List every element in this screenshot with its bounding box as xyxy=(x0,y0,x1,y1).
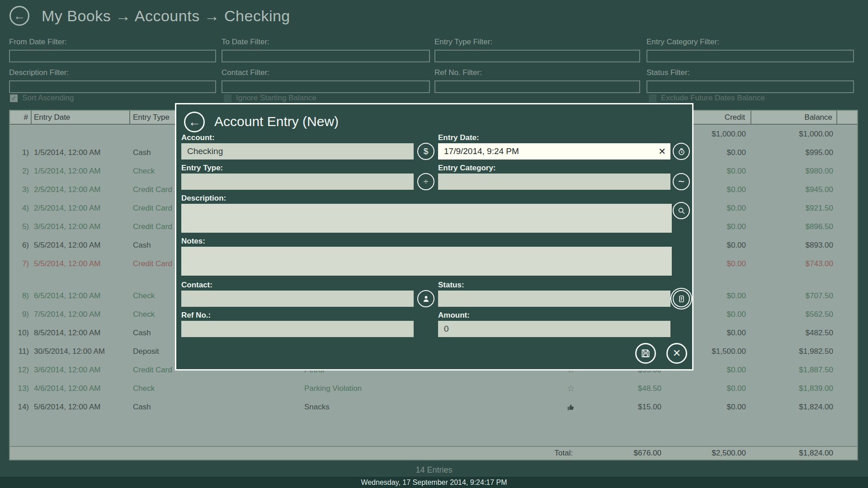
account-picker-button[interactable]: $ xyxy=(417,143,434,160)
description-search-button[interactable] xyxy=(673,202,690,219)
from-date-filter-input[interactable] xyxy=(9,50,216,62)
ref-no-input[interactable] xyxy=(181,321,414,337)
entries-count: 14 Entries xyxy=(0,465,868,475)
status-input[interactable] xyxy=(438,291,670,307)
cell: Check xyxy=(130,384,298,393)
description-label: Description: xyxy=(181,194,226,203)
save-button[interactable] xyxy=(635,343,656,364)
table-row[interactable]: 13)4/6/2014, 12:00 AMCheckParking Violat… xyxy=(10,379,857,398)
column-header[interactable] xyxy=(837,111,857,124)
cell: $15.00 xyxy=(581,403,665,412)
cell: $0.00 xyxy=(665,384,751,393)
cell: $482.50 xyxy=(751,328,837,338)
description-input[interactable] xyxy=(181,204,672,233)
filter-to-date: To Date Filter: xyxy=(222,38,430,62)
status-picker-button[interactable] xyxy=(673,290,690,307)
cell: $1,887.50 xyxy=(751,366,837,375)
entry-category-filter-input[interactable] xyxy=(646,50,854,62)
clear-date-icon[interactable]: ✕ xyxy=(658,146,666,157)
cell: 13) xyxy=(10,384,32,393)
cell: 5/5/2014, 12:00 AM xyxy=(32,259,130,268)
entry-type-picker-button[interactable]: ÷ xyxy=(417,173,434,190)
entry-category-label: Entry Category: xyxy=(438,164,496,173)
divide-icon: ÷ xyxy=(424,177,428,187)
checkbox[interactable] xyxy=(224,94,231,102)
ref-no-filter-input[interactable] xyxy=(434,80,640,93)
cell: Snacks xyxy=(298,403,561,412)
cell: $562.50 xyxy=(751,310,837,319)
checkbox-label: Exclude Future Dates Balance xyxy=(661,94,765,103)
account-entry-dialog: ← Account Entry (New) Account: Entry Dat… xyxy=(175,103,693,371)
date-time-picker-button[interactable] xyxy=(673,143,690,160)
cell: $48.50 xyxy=(581,384,665,393)
filter-ref-no: Ref No. Filter: xyxy=(434,68,640,93)
dialog-title: Account Entry (New) xyxy=(214,114,339,129)
cell: 1/5/2014, 12:00 AM xyxy=(32,148,130,157)
cell: 3/6/2014, 12:00 AM xyxy=(32,366,130,375)
cell: $743.00 xyxy=(751,259,837,268)
close-button[interactable]: ✕ xyxy=(666,343,687,364)
option-exclude-future-dates-balance: Exclude Future Dates Balance xyxy=(649,94,765,103)
entry-category-picker-button[interactable]: ~ xyxy=(673,173,690,190)
cell: 1/5/2014, 12:00 AM xyxy=(32,167,130,176)
entry-type-filter-input[interactable] xyxy=(434,50,640,62)
contact-picker-button[interactable] xyxy=(417,290,434,307)
status-filter-input[interactable] xyxy=(646,80,854,93)
entry-type-input[interactable] xyxy=(181,174,414,190)
cell: 10) xyxy=(10,328,32,338)
card-icon xyxy=(677,294,686,304)
person-icon xyxy=(421,294,431,304)
checkbox[interactable]: ✓ xyxy=(10,94,18,102)
breadcrumb: My Books → Accounts → Checking xyxy=(42,7,290,25)
filter-label: Ref No. Filter: xyxy=(434,68,640,77)
notes-input[interactable] xyxy=(181,247,672,276)
cell: 8/5/2014, 12:00 AM xyxy=(32,328,130,338)
watch-icon xyxy=(677,147,686,156)
column-header[interactable]: Balance xyxy=(751,111,837,124)
notes-label: Notes: xyxy=(181,237,205,246)
contact-input[interactable] xyxy=(181,291,414,307)
amount-input[interactable] xyxy=(438,321,670,337)
cell: 30/5/2014, 12:00 AM xyxy=(32,347,130,356)
entry-type-label: Entry Type: xyxy=(181,164,223,173)
cell: 2) xyxy=(10,167,32,176)
cell: 5/6/2014, 12:00 AM xyxy=(32,403,130,412)
cell: 4/6/2014, 12:00 AM xyxy=(32,384,130,393)
cell: $896.50 xyxy=(751,222,837,231)
cell: $945.00 xyxy=(751,185,837,194)
cell: 11) xyxy=(10,347,32,356)
entry-category-input[interactable] xyxy=(438,174,670,190)
filter-contact: Contact Filter: xyxy=(222,68,430,93)
column-header[interactable]: # xyxy=(10,111,32,124)
cell: $980.00 xyxy=(751,167,837,176)
table-row[interactable]: 14)5/6/2014, 12:00 AMCashSnacks$15.00$0.… xyxy=(10,398,857,416)
back-button[interactable]: ← xyxy=(9,6,29,26)
account-label: Account: xyxy=(181,133,215,142)
account-input[interactable] xyxy=(181,143,414,160)
cell: 3) xyxy=(10,185,32,194)
cell: 7/5/2014, 12:00 AM xyxy=(32,310,130,319)
contact-filter-input[interactable] xyxy=(222,80,430,93)
filter-entry-category: Entry Category Filter: xyxy=(646,38,854,62)
filter-label: Contact Filter: xyxy=(222,68,430,77)
amount-label: Amount: xyxy=(438,311,470,320)
column-header[interactable]: Entry Date xyxy=(32,111,130,124)
total-label: Total: xyxy=(10,449,581,458)
checkbox[interactable] xyxy=(649,94,656,102)
cell: $0.00 xyxy=(665,403,751,412)
cell: 5/5/2014, 12:00 AM xyxy=(32,241,130,250)
to-date-filter-input[interactable] xyxy=(222,50,430,62)
cell: 14) xyxy=(10,403,32,412)
save-icon xyxy=(640,348,651,359)
description-filter-input[interactable] xyxy=(9,80,216,93)
cell: $707.50 xyxy=(751,291,837,300)
ref-no-label: Ref No.: xyxy=(181,311,211,320)
cell: Cash xyxy=(130,403,298,412)
cell: 8) xyxy=(10,291,32,300)
cell: 6/5/2014, 12:00 AM xyxy=(32,291,130,300)
cell: 1) xyxy=(10,148,32,157)
entry-date-input[interactable]: 17/9/2014, 9:24 PM ✕ xyxy=(438,143,670,160)
thumbs-up-icon xyxy=(566,403,575,412)
dialog-back-button[interactable]: ← xyxy=(184,112,205,132)
status-bar: Wednesday, 17 September 2014, 9:24:17 PM xyxy=(0,477,868,488)
